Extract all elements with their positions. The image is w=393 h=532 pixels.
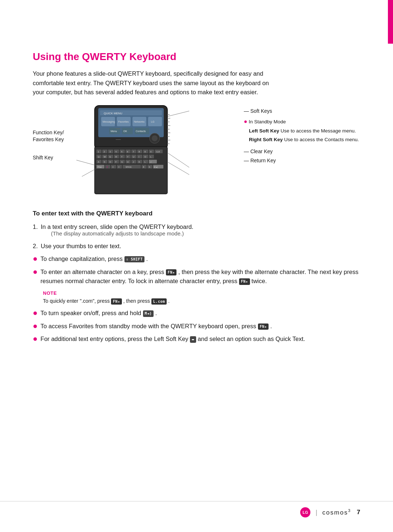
svg-line-110 <box>82 168 96 176</box>
svg-text:T: T <box>121 156 123 158</box>
svg-text:R: R <box>115 156 117 158</box>
step-1: 1. In a text entry screen, slide open th… <box>33 222 360 238</box>
svg-text:Favorites: Favorites <box>118 120 129 123</box>
right-labels: — Soft Keys ● In Standby Mode Left Soft … <box>237 104 360 165</box>
svg-text:SPACE: SPACE <box>126 166 132 168</box>
svg-text:Contacts: Contacts <box>136 130 146 132</box>
svg-text:↵: ↵ <box>150 161 152 163</box>
footer: LG | cosmos3 7 <box>0 501 393 517</box>
svg-text:E: E <box>110 156 111 158</box>
soft-key-badge: ▬ <box>190 336 196 343</box>
fn-key-badge-1: FN★ <box>166 269 177 276</box>
svg-text:QUICK MENU: QUICK MENU <box>104 112 122 115</box>
shift-key-label: Shift Key <box>33 154 64 162</box>
svg-text:Networks: Networks <box>134 120 145 123</box>
svg-text:Menu: Menu <box>111 130 117 132</box>
main-content: To enter text with the QWERTY keyboard 1… <box>33 210 360 344</box>
svg-rect-78 <box>131 160 136 163</box>
svg-rect-29 <box>95 147 167 194</box>
svg-text:CLR: CLR <box>156 151 160 153</box>
svg-text:W: W <box>104 156 106 158</box>
svg-text:OK: OK <box>123 130 127 132</box>
soft-keys-title: — Soft Keys <box>244 107 360 115</box>
bullet-list: ● To change capitalization, press ⇧ SHIF… <box>33 254 360 286</box>
diagram-image-area: Function Key/ Favorites Key Shift Key <box>33 104 237 200</box>
bullet-dot: ● <box>33 309 37 317</box>
footer-brand: LG | cosmos3 7 <box>300 507 360 517</box>
svg-text:U: U <box>133 156 134 158</box>
note-block: NOTE To quickly enter ".com", press FN★ … <box>43 290 360 305</box>
svg-point-19 <box>152 135 158 141</box>
pink-accent-bar <box>388 0 393 44</box>
shift-key-badge: ⇧ SHIFT <box>124 256 145 263</box>
svg-text:FN★: FN★ <box>98 166 102 168</box>
bullet-dot: ● <box>33 334 37 343</box>
svg-text:J: J <box>133 161 134 163</box>
svg-line-109 <box>76 160 96 166</box>
bullet-favorites: ● To access Favorites from standby mode … <box>33 322 360 331</box>
svg-line-112 <box>168 153 189 167</box>
bullet-dot: ● <box>33 322 37 330</box>
page-number: 7 <box>357 509 360 516</box>
cosmos-brand-text: cosmos3 <box>322 508 351 516</box>
return-key-label: — Return Key <box>244 157 360 164</box>
svg-line-113 <box>168 162 189 175</box>
svg-text:O: O <box>144 156 146 158</box>
fn-key-badge-3: FN★ <box>258 323 269 330</box>
svg-text:S: S <box>104 161 105 163</box>
bullet-dot: ● <box>33 254 37 263</box>
svg-text:H: H <box>127 161 128 163</box>
lg-logo: LG <box>300 507 310 517</box>
svg-text:Y: Y <box>127 156 128 158</box>
bullet-alternate-char: ● To enter an alternate character on a k… <box>33 267 360 286</box>
numbered-steps: 1. In a text entry screen, slide open th… <box>33 222 360 251</box>
bullet-dot: ● <box>33 267 37 276</box>
svg-text:N: N <box>149 166 150 168</box>
lcom-key-badge: L.com <box>151 298 167 305</box>
svg-rect-7 <box>148 117 162 126</box>
intro-paragraph: Your phone features a slide-out QWERTY k… <box>33 69 280 97</box>
step-2: 2. Use your thumbs to enter text. <box>33 242 360 251</box>
bullet-speaker: ● To turn speaker on/off, press and hold… <box>33 309 360 318</box>
page-container: Using the QWERTY Keyboard Your phone fea… <box>0 0 393 532</box>
svg-rect-59 <box>137 155 142 158</box>
lg-circle-icon: LG <box>300 507 310 517</box>
svg-line-111 <box>167 111 189 116</box>
svg-text:F: F <box>115 161 117 163</box>
m-key-badge: M◄) <box>143 310 154 317</box>
svg-text:A: A <box>98 161 99 163</box>
fn-key-badge-note: FN★ <box>111 298 122 305</box>
svg-text:LG: LG <box>151 120 154 123</box>
phone-svg: QUICK MENU Messaging Favorites Networks … <box>76 104 193 198</box>
svg-text:C: C <box>112 166 114 168</box>
svg-text:M◄): M◄) <box>154 166 158 168</box>
section-title: Using the QWERTY Keyboard <box>33 51 360 63</box>
note-label: NOTE <box>43 290 360 297</box>
svg-text:G: G <box>121 161 123 163</box>
phone-diagram: QUICK MENU Messaging Favorites Networks … <box>76 104 193 200</box>
bullet-additional-options: ● For additional text entry options, pre… <box>33 334 360 344</box>
svg-text:Messaging: Messaging <box>103 120 115 123</box>
diagram-area: Function Key/ Favorites Key Shift Key <box>33 104 360 200</box>
svg-text:Q: Q <box>98 156 100 158</box>
bullet-capitalization: ● To change capitalization, press ⇧ SHIF… <box>33 254 360 264</box>
clear-key-label: — Clear Key <box>244 148 360 155</box>
subsection-title: To enter text with the QWERTY keyboard <box>33 210 360 217</box>
svg-text:D: D <box>110 161 111 163</box>
fn-key-badge-2: FN★ <box>239 278 250 285</box>
function-key-label: Function Key/ Favorites Key <box>33 129 64 143</box>
bullet-list-2: ● To turn speaker on/off, press and hold… <box>33 309 360 344</box>
left-labels: Function Key/ Favorites Key Shift Key <box>33 129 64 162</box>
svg-text:K: K <box>139 161 140 163</box>
